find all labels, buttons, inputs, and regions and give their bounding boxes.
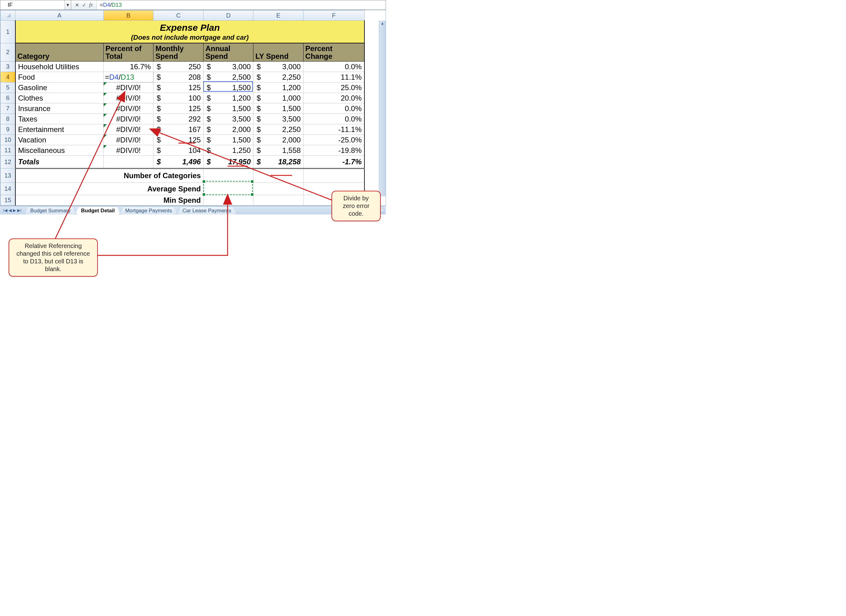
row-header-6[interactable]: 6 [1,93,15,103]
cell-f9[interactable]: -11.1% [303,124,364,135]
cell-b8[interactable]: #DIV/0! [103,114,153,124]
cell-a7[interactable]: Insurance [15,103,104,114]
tab-car-lease-payments[interactable]: Car Lease Payments [176,206,237,215]
cell-a14[interactable] [15,183,104,195]
tab-last-icon[interactable]: ▶I [17,208,22,213]
cell-a5[interactable]: Gasoline [15,82,104,93]
cancel-icon[interactable]: ✕ [75,2,79,8]
hdr-category[interactable]: Category [15,43,104,62]
col-header-a[interactable]: A [15,10,104,21]
col-header-e[interactable]: E [253,10,303,21]
cell-d5[interactable]: $1,500 [203,82,253,93]
scroll-up-icon[interactable]: ▲ [379,21,386,26]
cell-a13[interactable] [15,169,104,183]
cell-b11[interactable]: #DIV/0! [103,145,153,156]
row-header-14[interactable]: 14 [1,183,15,195]
row-header-4[interactable]: 4 [1,72,15,82]
row-header-15[interactable]: 15 [1,195,15,206]
tab-nav-buttons[interactable]: I◀ ◀ ▶ ▶I [0,208,24,213]
col-header-c[interactable]: C [153,10,203,21]
cell-d4[interactable]: $2,500 [203,72,253,82]
row-header-1[interactable]: 1 [1,21,15,43]
cell-d11[interactable]: $1,250 [203,145,253,156]
cell-e13[interactable] [253,169,303,183]
cell-a15[interactable] [15,195,104,206]
cell-e7[interactable]: $1,500 [253,103,303,114]
cell-d10[interactable]: $1,500 [203,135,253,145]
cell-a9[interactable]: Entertainment [15,124,104,135]
cell-b12[interactable] [103,156,153,169]
cell-f4[interactable]: 11.1% [303,72,364,82]
cell-b4-editing[interactable]: =D4/D13 [103,72,153,82]
hdr-annual[interactable]: AnnualSpend [203,43,253,62]
cell-c7[interactable]: $125 [153,103,203,114]
cell-a4[interactable]: Food [15,72,104,82]
cell-b10[interactable]: #DIV/0! [103,135,153,145]
hdr-monthly[interactable]: MonthlySpend [153,43,203,62]
tab-budget-detail[interactable]: Budget Detail [75,206,121,215]
vertical-scrollbar[interactable]: ▲ [379,21,386,196]
row-header-11[interactable]: 11 [1,145,15,156]
name-box-dropdown-icon[interactable]: ▼ [65,0,71,10]
cell-d15[interactable] [203,195,253,206]
cell-c9[interactable]: $167 [153,124,203,135]
cell-b6[interactable]: #DIV/0! [103,93,153,103]
cell-d12[interactable]: $17,950 [203,156,253,169]
cell-a11[interactable]: Miscellaneous [15,145,104,156]
tab-budget-summary[interactable]: Budget Summary [24,206,76,215]
cell-d9[interactable]: $2,000 [203,124,253,135]
cell-b3[interactable]: 16.7% [103,62,153,72]
tab-next-icon[interactable]: ▶ [13,208,16,213]
col-header-b[interactable]: B [103,10,153,21]
hdr-change[interactable]: PercentChange [303,43,364,62]
col-header-f[interactable]: F [303,10,364,21]
cell-c6[interactable]: $100 [153,93,203,103]
cell-a8[interactable]: Taxes [15,114,104,124]
row-header-8[interactable]: 8 [1,114,15,124]
label-avg-spend[interactable]: Average Spend [103,183,203,195]
cell-d14[interactable] [203,183,253,195]
tab-prev-icon[interactable]: ◀ [9,208,12,213]
cell-f10[interactable]: -25.0% [303,135,364,145]
cell-f7[interactable]: 0.0% [303,103,364,114]
cell-e11[interactable]: $1,558 [253,145,303,156]
cell-c10[interactable]: $125 [153,135,203,145]
cell-f12[interactable]: -1.7% [303,156,364,169]
cell-f5[interactable]: 25.0% [303,82,364,93]
cell-e6[interactable]: $1,000 [253,93,303,103]
formula-input[interactable]: =D4/D13 [97,0,386,10]
cell-c11[interactable]: $104 [153,145,203,156]
cell-e12[interactable]: $18,258 [253,156,303,169]
cell-e8[interactable]: $3,500 [253,114,303,124]
cell-b5[interactable]: #DIV/0! [103,82,153,93]
cell-a10[interactable]: Vacation [15,135,104,145]
hdr-percent[interactable]: Percent ofTotal [103,43,153,62]
cell-e4[interactable]: $2,250 [253,72,303,82]
row-header-12[interactable]: 12 [1,156,15,169]
hdr-ly[interactable]: LY Spend [253,43,303,62]
cell-f8[interactable]: 0.0% [303,114,364,124]
cell-a3[interactable]: Household Utilities [15,62,104,72]
title-cell[interactable]: Expense Plan (Does not include mortgage … [15,21,364,43]
col-header-d[interactable]: D [203,10,253,21]
cell-b7[interactable]: #DIV/0! [103,103,153,114]
label-num-categories[interactable]: Number of Categories [103,169,203,183]
label-min-spend[interactable]: Min Spend [103,195,203,206]
row-header-9[interactable]: 9 [1,124,15,135]
row-header-7[interactable]: 7 [1,103,15,114]
cell-d3[interactable]: $3,000 [203,62,253,72]
row-header-10[interactable]: 10 [1,135,15,145]
row-header-5[interactable]: 5 [1,82,15,93]
cell-d6[interactable]: $1,200 [203,93,253,103]
cell-c4[interactable]: $208 [153,72,203,82]
cell-f11[interactable]: -19.8% [303,145,364,156]
cell-c3[interactable]: $250 [153,62,203,72]
cell-e10[interactable]: $2,000 [253,135,303,145]
cell-c8[interactable]: $292 [153,114,203,124]
cell-d8[interactable]: $3,500 [203,114,253,124]
cell-e15[interactable] [253,195,303,206]
fx-icon[interactable]: fx [89,2,93,8]
row-header-2[interactable]: 2 [1,43,15,62]
cell-e14[interactable] [253,183,303,195]
cell-c5[interactable]: $125 [153,82,203,93]
